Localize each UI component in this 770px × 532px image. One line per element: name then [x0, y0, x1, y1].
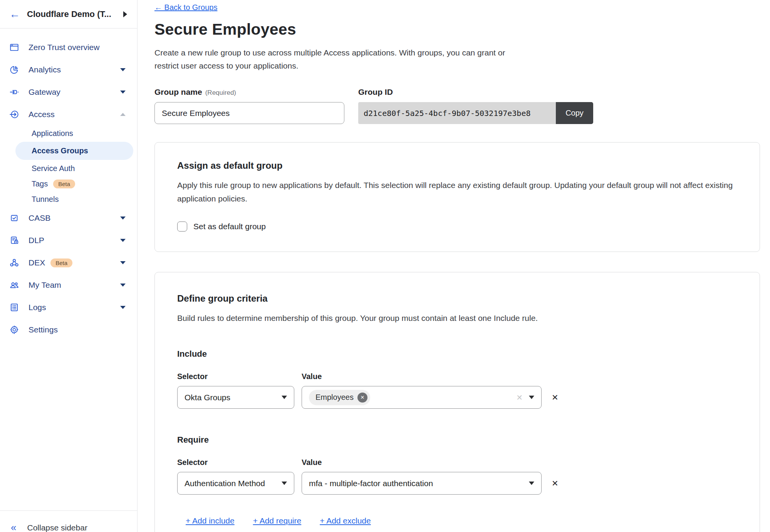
sidebar-item-casb[interactable]: CASB: [0, 207, 137, 229]
require-value-select[interactable]: mfa - multiple-factor authentication: [302, 472, 542, 495]
access-submenu: Applications Access Groups Service Auth …: [0, 126, 137, 207]
chevron-down-icon[interactable]: [120, 216, 126, 220]
sidebar-item-label: Analytics: [29, 65, 120, 74]
require-heading: Require: [177, 435, 737, 445]
sidebar-header: ← Cloudflare Demo (T...: [0, 0, 137, 29]
chevron-down-icon[interactable]: [120, 261, 126, 264]
set-default-group-label: Set as default group: [193, 222, 266, 231]
sidebar-item-dex[interactable]: DEX Beta: [0, 252, 137, 274]
include-value-multiselect[interactable]: Employees ✕ ✕: [302, 386, 542, 409]
add-include-link[interactable]: + Add include: [186, 516, 235, 525]
group-id-label: Group ID: [358, 87, 593, 97]
sidebar-item-label: Access: [29, 110, 120, 119]
group-name-label: Group name(Required): [154, 87, 344, 97]
expand-right-icon[interactable]: [123, 11, 127, 17]
chevron-down-icon: [282, 482, 287, 485]
chevron-up-icon[interactable]: [120, 113, 126, 116]
require-rule-row: Authentication Method mfa - multiple-fac…: [177, 472, 737, 495]
require-selector-value: Authentication Method: [185, 479, 276, 488]
chevron-down-icon[interactable]: [120, 284, 126, 287]
clear-values-icon[interactable]: ✕: [516, 393, 523, 402]
login-arrow-icon: [9, 109, 20, 120]
chevron-down-icon[interactable]: [120, 306, 126, 309]
sidebar-item-logs[interactable]: Logs: [0, 296, 137, 319]
include-selector-select[interactable]: Okta Groups: [177, 386, 294, 409]
require-selector-select[interactable]: Authentication Method: [177, 472, 294, 495]
criteria-card-title: Define group criteria: [177, 293, 737, 304]
sidebar-item-access-groups[interactable]: Access Groups: [15, 142, 133, 160]
collapse-sidebar-button[interactable]: « Collapse sidebar: [0, 510, 137, 532]
sidebar-item-label: DEX Beta: [29, 258, 120, 267]
chevron-down-icon: [529, 482, 534, 485]
required-hint: (Required): [205, 89, 236, 96]
beta-badge: Beta: [50, 258, 72, 267]
criteria-card-description: Build rules to determine membership of t…: [177, 312, 737, 325]
group-name-input[interactable]: [154, 102, 344, 124]
people-icon: [9, 280, 20, 290]
include-selector-value: Okta Groups: [185, 393, 276, 402]
sidebar-item-label: Settings: [29, 325, 126, 334]
sidebar-item-access[interactable]: Access: [0, 103, 137, 126]
require-value-label: Value: [302, 458, 322, 467]
browser-window-icon: [9, 42, 20, 53]
group-name-field-group: Group name(Required): [154, 87, 344, 124]
sidebar-item-applications[interactable]: Applications: [0, 126, 137, 141]
copy-button[interactable]: Copy: [556, 102, 593, 124]
sidebar-item-gateway[interactable]: Gateway: [0, 81, 137, 103]
group-name-label-text: Group name: [154, 87, 202, 96]
back-arrow-icon[interactable]: ←: [9, 9, 20, 20]
network-nodes-icon: [9, 257, 20, 268]
remove-require-rule-button[interactable]: ✕: [552, 479, 559, 488]
back-to-groups-link[interactable]: ← Back to Groups: [154, 3, 217, 12]
default-group-card: Assign as default group Apply this rule …: [154, 142, 760, 252]
sidebar-item-zero-trust-overview[interactable]: Zero Trust overview: [0, 36, 137, 59]
double-chevron-left-icon: «: [11, 524, 16, 532]
sidebar-item-service-auth[interactable]: Service Auth: [0, 161, 137, 176]
set-default-group-checkbox[interactable]: [177, 222, 187, 232]
default-group-card-title: Assign as default group: [177, 160, 737, 171]
chevron-down-icon[interactable]: [120, 68, 126, 71]
add-exclude-link[interactable]: + Add exclude: [320, 516, 371, 525]
sidebar-item-analytics[interactable]: Analytics: [0, 59, 137, 81]
sidebar-item-my-team[interactable]: My Team: [0, 274, 137, 296]
collapse-sidebar-label: Collapse sidebar: [27, 523, 87, 532]
sidebar-item-settings[interactable]: Settings: [0, 319, 137, 341]
include-rule-row: Okta Groups Employees ✕ ✕ ✕: [177, 386, 737, 409]
remove-include-rule-button[interactable]: ✕: [552, 393, 559, 402]
sidebar-item-label: CASB: [29, 213, 120, 223]
group-id-value: d21ce80f-5a25-4bcf-9b07-5032197e3be8: [358, 102, 556, 124]
sidebar-item-label: Logs: [29, 303, 120, 312]
gear-icon: [9, 324, 20, 335]
chevron-down-icon: [529, 396, 534, 399]
sidebar-item-tags[interactable]: Tags Beta: [0, 176, 137, 191]
sidebar-item-label: Zero Trust overview: [29, 43, 126, 52]
sidebar-item-label: DLP: [29, 236, 120, 245]
list-icon: [9, 302, 20, 313]
default-group-card-description: Apply this rule group to new application…: [177, 179, 737, 205]
sidebar-nav: Zero Trust overview Analytics Gateway: [0, 29, 137, 510]
pie-chart-icon: [9, 64, 20, 75]
chevron-down-icon[interactable]: [120, 239, 126, 242]
app-window: ← Cloudflare Demo (T... Zero Trust overv…: [0, 0, 770, 532]
require-selector-label: Selector: [177, 458, 302, 467]
sidebar-item-text: DEX: [29, 258, 45, 267]
add-require-link[interactable]: + Add require: [253, 516, 302, 525]
main-content: ← Back to Groups Secure Employees Create…: [138, 0, 770, 532]
chip-remove-icon[interactable]: ✕: [357, 393, 367, 403]
include-heading: Include: [177, 349, 737, 359]
page-description: Create a new rule group to use across mu…: [154, 46, 526, 72]
gateway-icon: [9, 87, 20, 97]
sidebar: ← Cloudflare Demo (T... Zero Trust overv…: [0, 0, 138, 532]
sidebar-item-tunnels[interactable]: Tunnels: [0, 191, 137, 207]
group-id-field-group: Group ID d21ce80f-5a25-4bcf-9b07-5032197…: [358, 87, 593, 124]
sidebar-item-dlp[interactable]: DLP: [0, 229, 137, 252]
sidebar-item-label: My Team: [29, 280, 120, 290]
document-lock-icon: [9, 235, 20, 246]
chevron-down-icon: [282, 396, 287, 399]
chevron-down-icon[interactable]: [120, 91, 126, 94]
group-identity-row: Group name(Required) Group ID d21ce80f-5…: [154, 87, 759, 124]
criteria-card: Define group criteria Build rules to det…: [154, 272, 760, 532]
sidebar-item-label: Tags: [32, 180, 48, 188]
beta-badge: Beta: [53, 180, 75, 188]
casb-check-box-icon: [9, 213, 20, 223]
